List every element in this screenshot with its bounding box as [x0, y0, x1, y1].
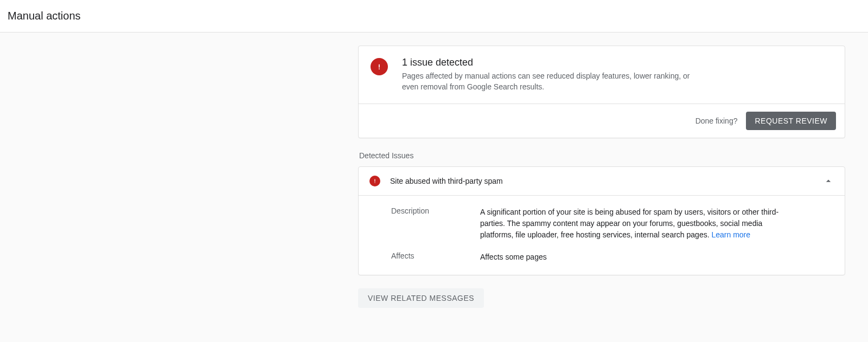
affects-label: Affects [391, 251, 480, 263]
chevron-up-icon [823, 176, 834, 186]
affects-value: Affects some pages [480, 251, 784, 263]
summary-card: 1 issue detected Pages affected by manua… [358, 46, 845, 138]
error-icon [371, 58, 388, 75]
description-label: Description [391, 207, 480, 241]
summary-title: 1 issue detected [402, 57, 833, 68]
description-value: A significant portion of your site is be… [480, 207, 784, 241]
request-review-button[interactable]: Request Review [746, 112, 836, 130]
page-body: 1 issue detected Pages affected by manua… [0, 33, 868, 342]
issue-body: Description A significant portion of you… [359, 196, 845, 275]
view-related-messages-button[interactable]: View Related Messages [358, 288, 484, 308]
learn-more-link[interactable]: Learn more [711, 230, 750, 239]
detected-issues-label: Detected Issues [358, 151, 845, 160]
issue-title: Site abused with third-party spam [390, 177, 823, 185]
page-title: Manual actions [8, 10, 860, 22]
summary-text: 1 issue detected Pages affected by manua… [402, 57, 833, 93]
issue-header[interactable]: Site abused with third-party spam [359, 167, 845, 196]
description-row: Description A significant portion of you… [391, 207, 833, 241]
done-fixing-label: Done fixing? [695, 117, 738, 125]
content-column: 1 issue detected Pages affected by manua… [358, 46, 845, 308]
summary-description: Pages affected by manual actions can see… [402, 70, 706, 93]
affects-row: Affects Affects some pages [391, 251, 833, 263]
summary-top: 1 issue detected Pages affected by manua… [359, 46, 845, 104]
summary-actions: Done fixing? Request Review [359, 104, 845, 138]
issue-card: Site abused with third-party spam Descri… [358, 166, 845, 275]
error-icon [369, 176, 380, 186]
page-header: Manual actions [0, 0, 868, 33]
